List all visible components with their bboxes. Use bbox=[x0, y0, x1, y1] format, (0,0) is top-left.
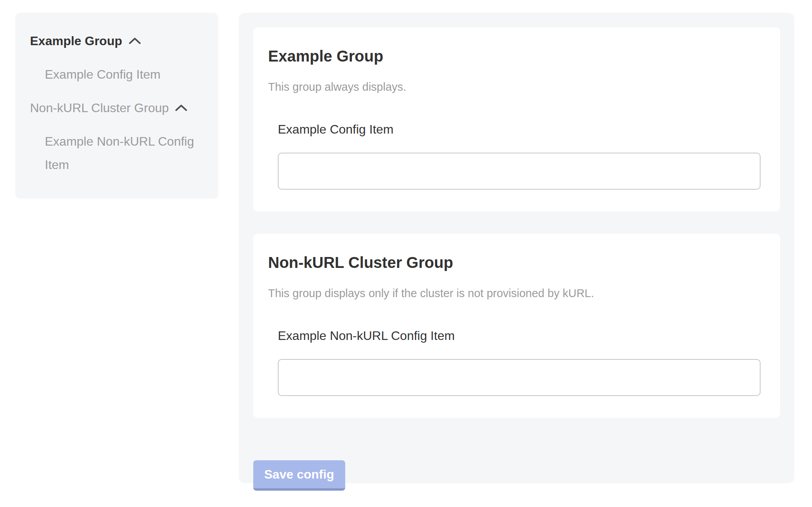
config-group-card-non-kurl-cluster-group: Non-kURL Cluster Group This group displa… bbox=[253, 234, 780, 418]
example-config-item-input[interactable] bbox=[278, 153, 761, 190]
config-item-label: Example Config Item bbox=[278, 121, 761, 137]
config-item: Example Config Item bbox=[278, 121, 761, 190]
sidebar-group-non-kurl-cluster-group[interactable]: Non-kURL Cluster Group bbox=[30, 96, 203, 120]
config-item: Example Non-kURL Config Item bbox=[278, 328, 761, 396]
group-description: This group always displays. bbox=[268, 80, 761, 94]
sidebar-group-example-group[interactable]: Example Group bbox=[30, 29, 203, 53]
group-description: This group displays only if the cluster … bbox=[268, 286, 761, 300]
config-page: Example Group Example Config Item Non-kU… bbox=[0, 0, 812, 507]
group-title: Example Group bbox=[268, 47, 761, 65]
sidebar-item-example-non-kurl-config-item[interactable]: Example Non-kURL Config Item bbox=[45, 130, 203, 176]
sidebar-item-example-config-item[interactable]: Example Config Item bbox=[45, 63, 203, 86]
config-sidebar: Example Group Example Config Item Non-kU… bbox=[15, 13, 218, 199]
chevron-up-icon[interactable] bbox=[175, 104, 187, 112]
config-main-panel: Example Group This group always displays… bbox=[239, 13, 794, 483]
chevron-up-icon[interactable] bbox=[129, 37, 141, 45]
group-title: Non-kURL Cluster Group bbox=[268, 253, 761, 272]
example-non-kurl-config-item-input[interactable] bbox=[278, 359, 761, 396]
sidebar-group-label: Example Group bbox=[30, 29, 122, 53]
save-config-button[interactable]: Save config bbox=[253, 460, 345, 491]
sidebar-group-label: Non-kURL Cluster Group bbox=[30, 96, 169, 120]
config-item-label: Example Non-kURL Config Item bbox=[278, 328, 761, 343]
config-group-card-example-group: Example Group This group always displays… bbox=[253, 27, 780, 211]
